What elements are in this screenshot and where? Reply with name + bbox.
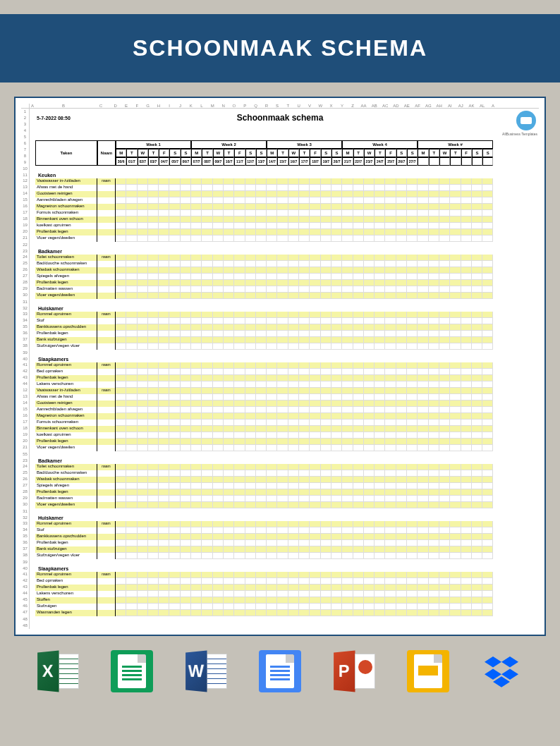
day-cell[interactable] <box>364 546 375 553</box>
day-cell[interactable] <box>364 572 375 578</box>
day-cell[interactable] <box>321 585 331 591</box>
day-cell[interactable] <box>429 470 439 477</box>
day-cell[interactable] <box>418 210 428 216</box>
day-cell[interactable] <box>407 502 418 508</box>
day-cell[interactable] <box>267 280 277 286</box>
day-cell[interactable] <box>482 477 493 483</box>
day-cell[interactable] <box>472 464 482 470</box>
day-cell[interactable] <box>461 585 472 591</box>
day-cell[interactable] <box>202 293 212 299</box>
day-cell[interactable] <box>375 381 385 388</box>
day-cell[interactable] <box>245 369 256 375</box>
day-cell[interactable] <box>224 229 234 236</box>
day-cell[interactable] <box>234 413 245 420</box>
day-cell[interactable] <box>245 489 256 496</box>
day-cell[interactable] <box>396 439 407 445</box>
day-cell[interactable] <box>482 445 493 451</box>
day-cell[interactable] <box>472 553 482 559</box>
day-cell[interactable] <box>450 255 461 261</box>
day-cell[interactable] <box>224 236 234 242</box>
day-cell[interactable] <box>353 197 364 204</box>
day-cell[interactable] <box>429 204 439 210</box>
day-cell[interactable] <box>159 464 169 470</box>
day-cell[interactable] <box>256 407 267 413</box>
day-cell[interactable] <box>385 312 396 318</box>
day-cell[interactable] <box>181 439 191 445</box>
day-cell[interactable] <box>407 420 418 426</box>
day-cell[interactable] <box>310 540 320 546</box>
day-cell[interactable] <box>159 381 169 388</box>
day-cell[interactable] <box>429 420 439 426</box>
day-cell[interactable] <box>116 280 126 286</box>
day-cell[interactable] <box>159 413 169 420</box>
day-cell[interactable] <box>429 280 439 286</box>
day-cell[interactable] <box>169 502 180 508</box>
day-cell[interactable] <box>159 610 169 616</box>
day-cell[interactable] <box>288 426 299 432</box>
day-cell[interactable] <box>159 261 169 267</box>
day-cell[interactable] <box>213 534 224 540</box>
day-cell[interactable] <box>256 591 267 597</box>
day-cell[interactable] <box>159 274 169 280</box>
day-cell[interactable] <box>450 591 461 597</box>
day-cell[interactable] <box>461 375 472 381</box>
day-cell[interactable] <box>396 236 407 242</box>
day-cell[interactable] <box>375 236 385 242</box>
day-cell[interactable] <box>418 521 428 527</box>
day-cell[interactable] <box>224 369 234 375</box>
day-cell[interactable] <box>191 527 202 534</box>
day-cell[interactable] <box>116 293 126 299</box>
day-cell[interactable] <box>310 381 320 388</box>
day-cell[interactable] <box>353 534 364 540</box>
day-cell[interactable] <box>418 331 428 337</box>
day-cell[interactable] <box>450 407 461 413</box>
day-cell[interactable] <box>299 337 310 343</box>
day-cell[interactable] <box>234 540 245 546</box>
day-cell[interactable] <box>213 420 224 426</box>
day-cell[interactable] <box>342 362 353 369</box>
day-cell[interactable] <box>353 280 364 286</box>
day-cell[interactable] <box>234 223 245 229</box>
day-cell[interactable] <box>181 527 191 534</box>
day-cell[interactable] <box>181 546 191 553</box>
day-cell[interactable] <box>116 229 126 236</box>
day-cell[interactable] <box>321 293 331 299</box>
day-cell[interactable] <box>310 331 320 337</box>
day-cell[interactable] <box>159 375 169 381</box>
day-cell[interactable] <box>138 185 148 191</box>
day-cell[interactable] <box>385 426 396 432</box>
day-cell[interactable] <box>169 255 180 261</box>
day-cell[interactable] <box>418 236 428 242</box>
day-cell[interactable] <box>191 540 202 546</box>
day-cell[interactable] <box>256 426 267 432</box>
day-cell[interactable] <box>321 375 331 381</box>
day-cell[interactable] <box>224 553 234 559</box>
day-cell[interactable] <box>148 489 159 496</box>
day-cell[interactable] <box>375 610 385 616</box>
day-cell[interactable] <box>277 426 288 432</box>
day-cell[interactable] <box>385 477 396 483</box>
day-cell[interactable] <box>321 216 331 223</box>
day-cell[interactable] <box>310 362 320 369</box>
day-cell[interactable] <box>256 381 267 388</box>
day-cell[interactable] <box>396 267 407 274</box>
day-cell[interactable] <box>482 216 493 223</box>
day-cell[interactable] <box>439 464 450 470</box>
day-cell[interactable] <box>310 286 320 293</box>
day-cell[interactable] <box>159 502 169 508</box>
day-cell[interactable] <box>138 388 148 394</box>
day-cell[interactable] <box>299 572 310 578</box>
day-cell[interactable] <box>181 369 191 375</box>
day-cell[interactable] <box>159 293 169 299</box>
day-cell[interactable] <box>169 343 180 350</box>
day-cell[interactable] <box>138 585 148 591</box>
day-cell[interactable] <box>159 312 169 318</box>
day-cell[interactable] <box>418 470 428 477</box>
day-cell[interactable] <box>234 610 245 616</box>
day-cell[interactable] <box>439 210 450 216</box>
day-cell[interactable] <box>191 210 202 216</box>
day-cell[interactable] <box>472 394 482 400</box>
day-cell[interactable] <box>429 337 439 343</box>
day-cell[interactable] <box>256 331 267 337</box>
day-cell[interactable] <box>472 280 482 286</box>
